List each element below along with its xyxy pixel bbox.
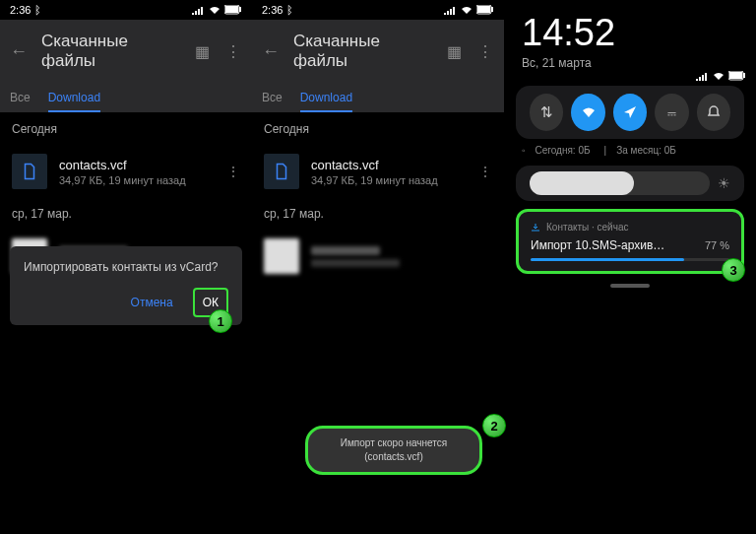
battery-icon [728, 71, 746, 81]
bluetooth-icon: ᛒ [34, 4, 41, 16]
data-usage: ◦Сегодня: 0Б | За месяц: 0Б [504, 139, 756, 162]
status-bar: 2:36ᛒ [0, 0, 252, 20]
notification-percent: 77 % [705, 239, 729, 251]
progress-bar [531, 258, 729, 261]
file-more-icon[interactable]: ⋮ [226, 164, 240, 179]
svg-rect-8 [743, 73, 745, 78]
import-dialog: Импортировать контакты из vCard? Отмена … [10, 246, 242, 325]
tabs: Все Download [10, 85, 242, 112]
battery-icon [224, 5, 242, 15]
plug-toggle[interactable]: ⎓ [655, 94, 688, 131]
signal-icon [695, 71, 709, 81]
grid-view-icon[interactable]: ▦ [193, 42, 211, 61]
brightness-slider[interactable]: ☀ [516, 166, 744, 201]
dialog-message: Импортировать контакты из vCard? [24, 260, 228, 274]
file-name: contacts.vcf [59, 158, 215, 172]
wifi-icon [713, 71, 724, 81]
svg-rect-5 [491, 7, 493, 12]
wifi-icon [209, 5, 220, 15]
file-icon [264, 154, 299, 189]
svg-rect-4 [477, 6, 490, 13]
tabs: Все Download [262, 85, 494, 112]
file-name: contacts.vcf [311, 158, 467, 172]
status-icons [191, 5, 242, 15]
clock: 14:52 [504, 0, 756, 54]
import-toast: Импорт скоро начнется (contacts.vcf) [305, 426, 482, 475]
dnd-toggle[interactable] [697, 94, 730, 131]
file-icon [12, 154, 47, 189]
app-header: ← Скачанные файлы ▦ ⋮ Все Download [0, 20, 252, 112]
status-icons [443, 5, 494, 15]
bluetooth-icon: ᛒ [286, 4, 293, 16]
section-date: ср, 17 мар. [0, 197, 252, 231]
grid-view-icon[interactable]: ▦ [445, 42, 463, 61]
wifi-toggle[interactable] [571, 94, 604, 131]
file-row[interactable]: contacts.vcf 34,97 КБ, 19 минут назад ⋮ [0, 146, 252, 197]
file-row-blurred [252, 231, 504, 282]
file-row[interactable]: contacts.vcf 34,97 КБ, 19 минут назад ⋮ [252, 146, 504, 197]
section-date: ср, 17 мар. [252, 197, 504, 231]
cancel-button[interactable]: Отмена [127, 290, 177, 315]
import-notification[interactable]: Контакты · сейчас Импорт 10.SMS-архив… 7… [516, 209, 744, 274]
page-title: Скачанные файлы [293, 32, 431, 71]
step-badge-1: 1 [209, 309, 232, 333]
data-toggle[interactable]: ⇅ [530, 94, 563, 131]
more-icon[interactable]: ⋮ [476, 42, 494, 61]
download-icon [531, 223, 540, 233]
signal-icon [443, 5, 457, 15]
page-title: Скачанные файлы [41, 32, 179, 71]
status-icons [695, 71, 746, 81]
status-bar: 2:36ᛒ [252, 0, 504, 20]
file-more-icon[interactable]: ⋮ [478, 164, 492, 179]
section-today: Сегодня [252, 112, 504, 146]
brightness-icon: ☀ [718, 175, 730, 191]
quick-settings: ⇅ ⎓ [516, 86, 744, 139]
file-meta: 34,97 КБ, 19 минут назад [59, 174, 215, 186]
collapse-handle[interactable] [610, 284, 650, 288]
svg-rect-7 [729, 72, 742, 79]
location-toggle[interactable] [613, 94, 647, 131]
notification-title: Импорт 10.SMS-архив… [531, 238, 664, 252]
tab-download[interactable]: Download [300, 85, 352, 112]
app-header: ← Скачанные файлы ▦ ⋮ Все Download [252, 20, 504, 112]
battery-icon [476, 5, 494, 15]
section-today: Сегодня [0, 112, 252, 146]
more-icon[interactable]: ⋮ [224, 42, 242, 61]
signal-icon [191, 5, 205, 15]
back-icon[interactable]: ← [262, 41, 280, 62]
file-meta: 34,97 КБ, 19 минут назад [311, 174, 467, 186]
tab-all[interactable]: Все [10, 85, 31, 112]
wifi-icon [461, 5, 472, 15]
step-badge-2: 2 [482, 414, 506, 437]
svg-rect-1 [225, 6, 238, 13]
svg-rect-2 [239, 7, 241, 12]
back-icon[interactable]: ← [10, 41, 28, 62]
tab-download[interactable]: Download [48, 85, 100, 112]
step-badge-3: 3 [722, 258, 745, 282]
tab-all[interactable]: Все [262, 85, 283, 112]
